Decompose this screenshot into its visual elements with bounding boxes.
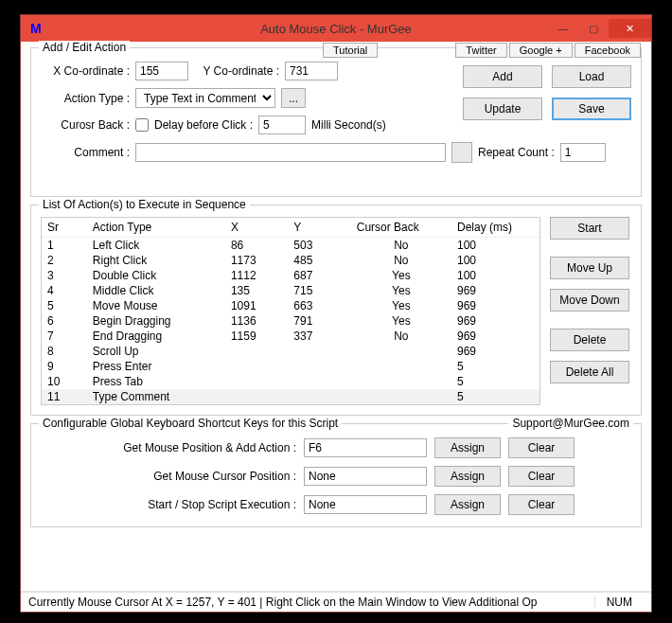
add-edit-legend: Add / Edit Action bbox=[39, 41, 130, 54]
comment-label: Comment : bbox=[41, 146, 130, 159]
delay-label: Delay before Click : bbox=[154, 118, 253, 132]
ycoord-input[interactable] bbox=[285, 62, 338, 80]
table-row[interactable]: 11Type Comment5 bbox=[42, 389, 539, 404]
shortcuts-fieldset: Configurable Global Keyboard Shortcut Ke… bbox=[30, 423, 642, 527]
action-type-select[interactable]: Type Text in Comment bbox=[135, 88, 275, 108]
repeat-label: Repeat Count : bbox=[478, 146, 555, 159]
facebook-button[interactable]: Facebook bbox=[575, 43, 641, 58]
movedown-button[interactable]: Move Down bbox=[550, 289, 629, 312]
shortcut2-clear-button[interactable]: Clear bbox=[508, 466, 575, 487]
status-text: Currently Mouse Cursor At X = 1257, Y = … bbox=[28, 596, 594, 609]
list-side-buttons: Start Move Up Move Down Delete Delete Al… bbox=[550, 217, 631, 405]
window-controls: — ▢ ✕ bbox=[548, 15, 651, 42]
table-row[interactable]: 4Middle Click135715Yes969 bbox=[42, 283, 539, 298]
status-num: NUM bbox=[594, 596, 644, 609]
form-left: X Co-ordinate : Y Co-ordinate : Action T… bbox=[41, 62, 448, 163]
table-row[interactable]: 6Begin Dragging1136791Yes969 bbox=[42, 313, 539, 329]
save-button[interactable]: Save bbox=[552, 98, 631, 120]
shortcuts-legend: Configurable Global Keyboard Shortcut Ke… bbox=[39, 417, 342, 430]
xcoord-input[interactable] bbox=[135, 62, 188, 80]
comment-input[interactable] bbox=[135, 143, 446, 162]
table-row[interactable]: 8Scroll Up969 bbox=[42, 344, 539, 359]
shortcut2-label: Get Mouse Cursor Position : bbox=[79, 470, 296, 483]
load-button[interactable]: Load bbox=[552, 65, 631, 88]
support-link[interactable]: Support@MurGee.com bbox=[508, 417, 633, 430]
shortcut3-assign-button[interactable]: Assign bbox=[434, 494, 501, 515]
minimize-button[interactable]: — bbox=[548, 19, 578, 38]
shortcut1-label: Get Mouse Position & Add Action : bbox=[79, 441, 296, 454]
cursor-back-checkbox[interactable] bbox=[135, 118, 149, 132]
ycoord-label: Y Co-ordinate : bbox=[194, 64, 279, 78]
add-edit-fieldset: Add / Edit Action Tutorial Twitter Googl… bbox=[30, 47, 642, 197]
top-links: Tutorial Twitter Google + Facebook bbox=[323, 43, 641, 58]
ellipsis-button[interactable]: ... bbox=[281, 88, 306, 108]
table-row[interactable]: 1Left Click86503No100 bbox=[42, 238, 539, 254]
action-table-container: Sr Action Type X Y Cursor Back Delay (ms… bbox=[41, 217, 540, 405]
update-button[interactable]: Update bbox=[463, 98, 542, 120]
th-cursor-back[interactable]: Cursor Back bbox=[351, 218, 451, 238]
table-row[interactable]: 10Press Tab5 bbox=[42, 374, 539, 389]
content-area: Add / Edit Action Tutorial Twitter Googl… bbox=[21, 42, 651, 541]
delete-button[interactable]: Delete bbox=[550, 329, 629, 351]
close-button[interactable]: ✕ bbox=[609, 19, 651, 38]
shortcut2-input[interactable] bbox=[304, 467, 427, 486]
add-button[interactable]: Add bbox=[463, 65, 542, 88]
list-fieldset: List Of Action(s) to Execute in Sequence… bbox=[30, 205, 642, 416]
table-row[interactable]: 7End Dragging1159337No969 bbox=[42, 329, 539, 344]
status-bar: Currently Mouse Cursor At X = 1257, Y = … bbox=[21, 591, 651, 612]
cursor-back-label: Curosr Back : bbox=[41, 118, 130, 132]
titlebar[interactable]: M Auto Mouse Click - MurGee — ▢ ✕ bbox=[21, 15, 651, 42]
th-sr[interactable]: Sr bbox=[42, 218, 87, 238]
xcoord-label: X Co-ordinate : bbox=[41, 64, 130, 78]
shortcut1-clear-button[interactable]: Clear bbox=[508, 437, 575, 458]
maximize-button[interactable]: ▢ bbox=[578, 19, 609, 38]
moveup-button[interactable]: Move Up bbox=[550, 257, 629, 279]
delay-unit-label: Milli Second(s) bbox=[311, 118, 386, 132]
delay-input[interactable] bbox=[258, 116, 306, 134]
tutorial-button[interactable]: Tutorial bbox=[323, 43, 378, 58]
deleteall-button[interactable]: Delete All bbox=[550, 361, 629, 383]
table-row[interactable]: 2Right Click1173485No100 bbox=[42, 253, 539, 268]
table-row[interactable]: 9Press Enter5 bbox=[42, 359, 539, 374]
table-row[interactable]: 3Double Click1112687Yes100 bbox=[42, 268, 539, 283]
list-legend: List Of Action(s) to Execute in Sequence bbox=[39, 198, 250, 211]
shortcut1-assign-button[interactable]: Assign bbox=[434, 437, 501, 458]
app-icon: M bbox=[30, 21, 45, 36]
th-type[interactable]: Action Type bbox=[87, 218, 225, 238]
th-delay[interactable]: Delay (ms) bbox=[451, 218, 539, 238]
shortcut3-clear-button[interactable]: Clear bbox=[508, 494, 575, 515]
start-button[interactable]: Start bbox=[550, 217, 629, 240]
action-type-label: Action Type : bbox=[41, 92, 130, 105]
table-row[interactable]: 5Move Mouse1091663Yes969 bbox=[42, 298, 539, 313]
th-x[interactable]: X bbox=[225, 218, 288, 238]
shortcut1-input[interactable] bbox=[304, 438, 427, 457]
action-table[interactable]: Sr Action Type X Y Cursor Back Delay (ms… bbox=[42, 218, 539, 404]
shortcut3-input[interactable] bbox=[304, 495, 427, 514]
comment-color-button[interactable] bbox=[451, 142, 472, 163]
shortcut3-label: Start / Stop Script Execution : bbox=[79, 498, 296, 511]
app-window: M Auto Mouse Click - MurGee — ▢ ✕ Add / … bbox=[20, 14, 652, 613]
th-y[interactable]: Y bbox=[288, 218, 350, 238]
repeat-input[interactable] bbox=[560, 143, 606, 162]
google-button[interactable]: Google + bbox=[509, 43, 573, 58]
twitter-button[interactable]: Twitter bbox=[455, 43, 506, 58]
shortcut2-assign-button[interactable]: Assign bbox=[434, 466, 501, 487]
